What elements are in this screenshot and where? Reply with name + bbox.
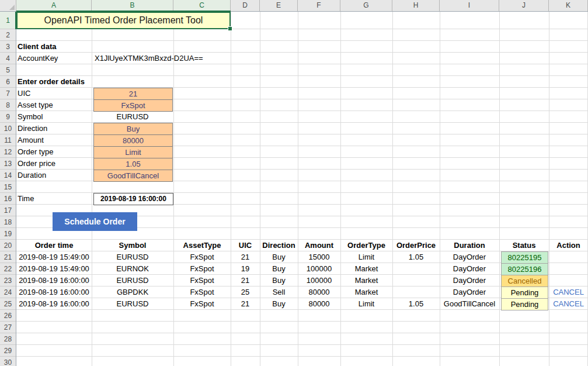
- cell-amount: 100000: [298, 275, 340, 286]
- cell-direction: Buy: [260, 298, 298, 310]
- order-type-input[interactable]: Limit: [93, 146, 173, 158]
- column-header-f[interactable]: F: [298, 0, 340, 11]
- row-header-16[interactable]: 16: [0, 193, 16, 205]
- cell-direction: Buy: [260, 251, 298, 263]
- row-header-1[interactable]: 1: [0, 12, 16, 29]
- row-header-17[interactable]: 17: [0, 205, 16, 216]
- header-symbol: Symbol: [92, 240, 173, 251]
- row-header-24[interactable]: 24: [0, 286, 16, 298]
- cell-order-type: Market: [340, 263, 392, 275]
- cell-amount: 80000: [298, 286, 340, 298]
- direction-input[interactable]: Buy: [93, 123, 173, 135]
- duration-label: Duration: [16, 170, 92, 181]
- column-header-a[interactable]: A: [16, 0, 92, 11]
- cell-direction: Buy: [260, 263, 298, 275]
- amount-label: Amount: [16, 134, 92, 146]
- row-header-23[interactable]: 23: [0, 275, 16, 286]
- row-header-28[interactable]: 28: [0, 333, 16, 345]
- order-details-heading: Enter order details: [16, 76, 92, 88]
- page-title[interactable]: OpenAPI Timed Order Placement Tool: [16, 12, 231, 29]
- row-header-7[interactable]: 7: [0, 88, 16, 99]
- row-header-20[interactable]: 20: [0, 240, 16, 251]
- header-status: Status: [499, 240, 549, 251]
- duration-input[interactable]: GoodTillCancel: [93, 170, 173, 182]
- column-header-g[interactable]: G: [340, 0, 392, 11]
- row-header-11[interactable]: 11: [0, 134, 16, 146]
- cell-asset-type: FxSpot: [173, 298, 231, 310]
- selection-fill-handle[interactable]: [228, 26, 232, 31]
- column-header-b[interactable]: B: [92, 0, 173, 11]
- cell-order-price: [392, 286, 440, 298]
- cell-symbol: EURNOK: [92, 263, 173, 275]
- cell-symbol: EURUSD: [92, 251, 173, 263]
- row-header-25[interactable]: 25: [0, 298, 16, 310]
- header-order-price: OrderPrice: [392, 240, 440, 251]
- cancel-order-link[interactable]: CANCEL: [549, 286, 588, 298]
- row-header-26[interactable]: 26: [0, 310, 16, 322]
- gridline-vertical: [298, 12, 298, 366]
- cell-symbol: GBPDKK: [92, 286, 173, 298]
- row-header-29[interactable]: 29: [0, 345, 16, 357]
- cell-duration: DayOrder: [440, 263, 499, 275]
- row-header-8[interactable]: 8: [0, 99, 16, 111]
- cell-order-time: 2019-08-19 16:00:00: [16, 298, 92, 310]
- row-header-6[interactable]: 6: [0, 76, 16, 88]
- cell-order-price: [392, 263, 440, 275]
- direction-label: Direction: [16, 123, 92, 134]
- column-header-h[interactable]: H: [392, 0, 440, 11]
- row-header-22[interactable]: 22: [0, 263, 16, 275]
- cell-direction: Sell: [260, 286, 298, 298]
- column-header-i[interactable]: I: [440, 0, 499, 11]
- row-header-5[interactable]: 5: [0, 64, 16, 76]
- row-header-21[interactable]: 21: [0, 251, 16, 263]
- row-header-19[interactable]: 19: [0, 228, 16, 240]
- cell-order-type: Market: [340, 275, 392, 286]
- column-header-bar: A B C D E F G H I J K: [0, 0, 588, 12]
- cell-amount: 100000: [298, 263, 340, 275]
- column-header-d[interactable]: D: [231, 0, 260, 11]
- order-price-label: Order price: [16, 158, 92, 170]
- schedule-order-button[interactable]: Schedule Order: [53, 212, 137, 231]
- row-header-14[interactable]: 14: [0, 170, 16, 181]
- header-duration: Duration: [440, 240, 499, 251]
- cancel-order-link[interactable]: CANCEL: [549, 298, 588, 310]
- row-header-10[interactable]: 10: [0, 123, 16, 134]
- row-header-3[interactable]: 3: [0, 41, 16, 53]
- row-header-27[interactable]: 27: [0, 322, 16, 333]
- gridline-vertical: [231, 12, 231, 366]
- select-all-button[interactable]: [0, 0, 16, 11]
- cell-direction: Buy: [260, 275, 298, 286]
- status-badge: Pending: [501, 298, 548, 310]
- gridline-vertical: [260, 12, 260, 366]
- header-order-time: Order time: [16, 240, 92, 251]
- row-header-12[interactable]: 12: [0, 146, 16, 158]
- column-header-c[interactable]: C: [173, 0, 231, 11]
- asset-type-input[interactable]: FxSpot: [93, 99, 173, 112]
- row-header-9[interactable]: 9: [0, 111, 16, 123]
- row-header-30[interactable]: 30: [0, 357, 16, 366]
- cell-order-type: Limit: [340, 298, 392, 310]
- column-header-k[interactable]: K: [549, 0, 588, 11]
- row-header-13[interactable]: 13: [0, 158, 16, 170]
- status-badge: Cancelled: [501, 275, 548, 287]
- column-header-j[interactable]: J: [499, 0, 549, 11]
- uic-input[interactable]: 21: [93, 88, 173, 100]
- gridline-vertical: [392, 12, 393, 366]
- row-header-2[interactable]: 2: [0, 29, 16, 41]
- amount-input[interactable]: 80000: [93, 134, 173, 147]
- row-header-18[interactable]: 18: [0, 216, 16, 228]
- row-header-15[interactable]: 15: [0, 181, 16, 193]
- cell-order-price: 1.05: [392, 298, 440, 310]
- column-header-e[interactable]: E: [260, 0, 298, 11]
- row-header-4[interactable]: 4: [0, 53, 16, 64]
- cell-symbol: EURUSD: [92, 275, 173, 286]
- cell-amount: 80000: [298, 298, 340, 310]
- account-key-label: AccountKey: [16, 53, 92, 64]
- order-price-input[interactable]: 1.05: [93, 158, 173, 170]
- cell-asset-type: FxSpot: [173, 275, 231, 286]
- cell-asset-type: FxSpot: [173, 286, 231, 298]
- uic-label: UIC: [16, 88, 92, 99]
- time-input[interactable]: 2019-08-19 16:00:00: [93, 193, 173, 205]
- cell-uic: 21: [231, 251, 260, 263]
- gridline-vertical: [440, 12, 440, 366]
